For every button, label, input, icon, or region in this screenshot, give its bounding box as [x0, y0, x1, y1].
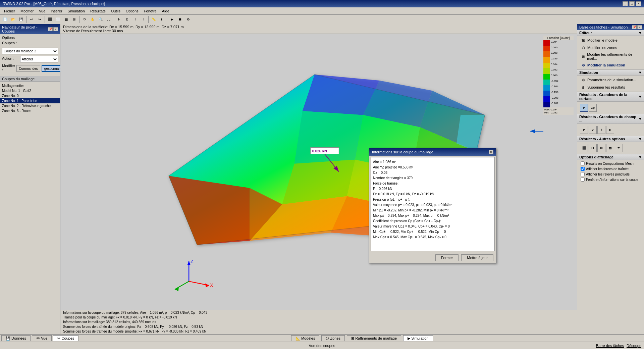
tb-view3[interactable]: ▦ [62, 16, 70, 23]
tb-view1[interactable]: ⬛ [46, 16, 54, 23]
edit-model-item[interactable]: 🏗 Modifier le modèle [579, 37, 643, 44]
action-select[interactable]: Afficher [20, 56, 58, 62]
tab-vue-icon: 👁 [36, 336, 41, 340]
mesh-item-4[interactable]: Zone No. 2 - Rétroviseur gauche [0, 103, 60, 108]
surface-cp-button[interactable]: Cp [589, 104, 597, 112]
field-e-button[interactable]: E [606, 126, 614, 134]
sim-delete-results-item[interactable]: 🗑 Supprimer les résultats [579, 84, 643, 91]
decoupe-link[interactable]: Découpe [627, 344, 641, 348]
tb-info[interactable]: ℹ [158, 16, 165, 23]
update-button[interactable]: Mettre à jour [461, 254, 493, 261]
menu-outils[interactable]: Outils [108, 8, 123, 14]
tab-zones[interactable]: ⬡ Zones [321, 335, 345, 341]
mesh-item-2[interactable]: Zone No. 0 [0, 93, 60, 98]
menu-fichier[interactable]: Fichier [1, 8, 18, 14]
nav-pin-button[interactable]: 📌 [48, 27, 53, 31]
results-surface-header[interactable]: Résultats - Grandeurs de la surface ▼ [577, 92, 644, 102]
tab-simulation[interactable]: ▶ Simulation [403, 335, 433, 341]
tab-modeles[interactable]: 📐 Modèles [291, 335, 320, 341]
field-p-button[interactable]: P [580, 126, 588, 134]
barre-taches-link[interactable]: Barre des tâches [596, 344, 624, 348]
sim-params-item[interactable]: ⚙ Paramètres de la simulation... [579, 76, 643, 84]
tb-pan[interactable]: ✋ [89, 16, 96, 23]
tb-front[interactable]: F [115, 16, 123, 23]
window-title: RWIND 2.02 Pro - [M05_Golf*, Résultats, … [3, 2, 105, 6]
other-btn-3[interactable]: ⊞ [597, 144, 605, 152]
mesh-item-1[interactable]: Model No. 1 - Golf2 [0, 88, 60, 93]
title-bar: RWIND 2.02 Pro - [M05_Golf*, Résultats, … [0, 0, 644, 7]
status-line-3: Somme des forces de traînée du modèle or… [63, 325, 574, 329]
tb-undo[interactable]: ↩ [28, 16, 35, 23]
edit-zones-item[interactable]: ⬡ Modifier les zones [579, 44, 643, 51]
window-controls[interactable]: _ □ × [623, 1, 641, 6]
tb-measure[interactable]: 📏 [150, 16, 157, 23]
other-btn-5[interactable]: ✏ [615, 144, 623, 152]
releves-label: Afficher les relevés ponctuels [586, 172, 630, 176]
viewport[interactable]: Z X 0.026 kN [60, 34, 577, 310]
other-btn-4[interactable]: ▤ [606, 144, 614, 152]
tb-redo[interactable]: ↪ [36, 16, 43, 23]
maximize-button[interactable]: □ [629, 1, 635, 6]
coupes-select[interactable]: Coupes du maillage 2 [2, 48, 58, 54]
right-pin-button[interactable]: 📌 [632, 25, 637, 29]
simulation-section-header[interactable]: Simulation ▼ [577, 70, 644, 76]
menu-inserer[interactable]: Insérer [48, 8, 65, 14]
info-line-1: Aire YZ projetée =0.533 m² [373, 165, 492, 170]
tb-save[interactable]: 💾 [17, 16, 25, 23]
tb-open[interactable]: 📂 [9, 16, 17, 23]
info-dialog-close-button[interactable]: × [489, 150, 493, 154]
tab-raffinements[interactable]: ⊞ Raffinements de maillage [347, 335, 401, 341]
other-result-buttons: ⬛ ⊡ ⊞ ▤ ✏ [579, 143, 643, 153]
other-btn-2[interactable]: ⊡ [589, 144, 597, 152]
results-field-title: Résultats - Grandeurs du champ ... [579, 115, 638, 123]
tb-zoom[interactable]: 🔍 [97, 16, 104, 23]
trainee-checkbox[interactable] [581, 167, 585, 171]
tb-view2[interactable]: ⬜ [54, 16, 62, 23]
close-button[interactable]: × [636, 1, 641, 6]
fermer-button[interactable]: Fermer [435, 254, 459, 261]
edit-refinements-item[interactable]: ⊞ Modifier les raffinements de mail... [579, 51, 643, 61]
menu-simulation[interactable]: Simulation [65, 8, 88, 14]
tb-back[interactable]: B [123, 16, 131, 23]
field-k-button[interactable]: k [597, 126, 605, 134]
results-other-header[interactable]: Résultats - Autres options ▼ [577, 136, 644, 142]
nav-close-button[interactable]: × [53, 27, 58, 31]
field-v-button[interactable]: V [589, 126, 597, 134]
menu-fenetre[interactable]: Fenêtre [141, 8, 159, 14]
surface-p-button[interactable]: P [580, 104, 588, 112]
info-coupe-checkbox[interactable] [581, 178, 585, 182]
tab-vue[interactable]: 👁 Vue [32, 335, 52, 341]
tb-view4[interactable]: ⊞ [70, 16, 78, 23]
tb-settings[interactable]: ⚙ [184, 16, 192, 23]
tb-fit[interactable]: ⛶ [105, 16, 112, 23]
mesh-item-0[interactable]: Maillage entier [0, 83, 60, 88]
menu-modifier[interactable]: Modifier [18, 8, 36, 14]
releves-checkbox[interactable] [581, 172, 585, 176]
commandes-button[interactable]: Commandes [16, 65, 40, 72]
tb-stop[interactable]: ⏹ [176, 16, 184, 23]
tb-top[interactable]: T [131, 16, 139, 23]
tb-new[interactable]: 📄 [1, 16, 9, 23]
menu-aide[interactable]: Aide [159, 8, 172, 14]
right-close-button[interactable]: × [637, 25, 642, 29]
edit-simulation-item[interactable]: ⚙ Modifier la simulation [579, 61, 643, 69]
menu-resultats[interactable]: Résultats [88, 8, 108, 14]
menu-vue[interactable]: Vue [36, 8, 48, 14]
mesh-item-5[interactable]: Zone No. 3 - Roues [0, 108, 60, 113]
cs-min: Min: -0.282 [544, 111, 573, 114]
mesh-item-3[interactable]: Zone No. 1 - Pare-brise [0, 98, 60, 103]
other-btn-1[interactable]: ⬛ [580, 144, 588, 152]
tb-rotate[interactable]: ↻ [81, 16, 88, 23]
menu-options[interactable]: Options [123, 8, 141, 14]
minimize-button[interactable]: _ [623, 1, 628, 6]
info-line-11: Coefficient de pression Cp (Cp± = Cp+ - … [373, 218, 492, 224]
tb-sim[interactable]: ▶ [168, 16, 176, 23]
results-field-header[interactable]: Résultats - Grandeurs du champ ... ▼ [577, 114, 644, 124]
results-other-title: Résultats - Autres options [579, 137, 625, 141]
tab-donnees[interactable]: 💾 Données [1, 335, 31, 341]
editeur-section-header[interactable]: Éditeur ▼ [577, 30, 644, 36]
display-options-header[interactable]: Options d'affichage ▼ [577, 154, 644, 160]
tb-iso[interactable]: I [140, 16, 147, 23]
tab-coupes[interactable]: ✂ Coupes [53, 335, 78, 341]
computational-mesh-checkbox[interactable] [581, 161, 585, 165]
